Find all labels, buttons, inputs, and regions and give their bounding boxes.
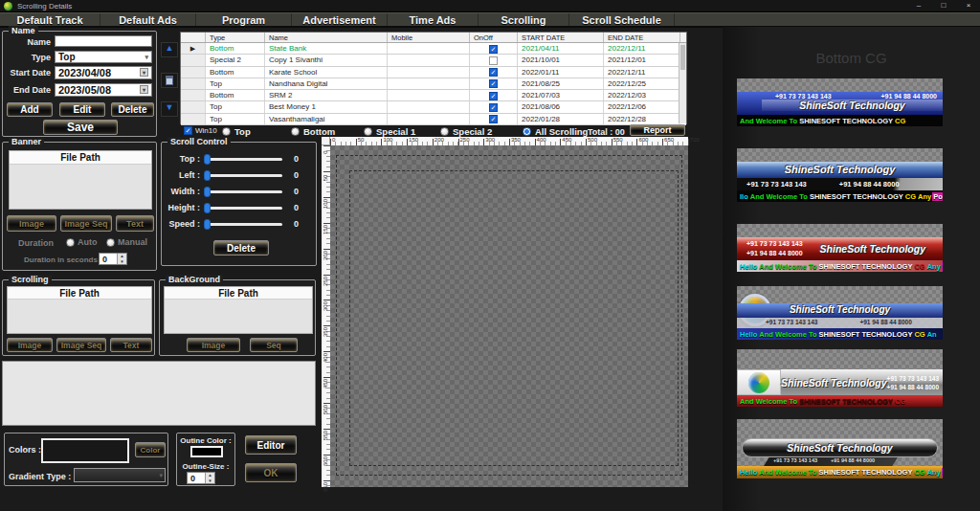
onoff-checkbox[interactable] [489,56,498,65]
cg-banner[interactable]: ShineSoft Technology+91 73 73 143 143+91… [737,419,943,478]
scrolling-group-label: Scrolling [9,275,52,284]
calendar-icon[interactable]: ▾ [140,85,148,94]
type-select[interactable]: ▾Top [55,51,152,63]
ok-button[interactable]: OK [245,463,297,482]
table-row[interactable]: BottomSRM 2✓2021/07/032022/12/03 [181,90,686,101]
paste-icon[interactable] [161,73,178,88]
slider-thumb[interactable] [204,187,211,197]
slider-thumb[interactable] [204,170,211,181]
banner-text-button[interactable]: Text [116,215,154,232]
banner-filepath-box[interactable]: File Path [9,150,152,210]
tab-scrolling[interactable]: Scrolling [479,13,569,26]
editor-button[interactable]: Editor [245,435,297,455]
move-down-icon[interactable]: ▼ [161,101,178,117]
slider-track[interactable] [204,207,282,210]
background-seq-button[interactable]: Seq [250,338,298,352]
duration-manual-radio[interactable]: Manual [106,237,147,247]
cg-banner[interactable]: +91 73 73 143 143+91 94 88 44 8000ShineS… [737,78,943,126]
table-row[interactable]: BottomKarate School✓2022/01/112022/12/11 [181,67,686,78]
scrolling-filepath-box[interactable]: File Path [7,286,152,334]
onoff-checkbox[interactable]: ✓ [489,45,498,54]
table-row[interactable]: ▶BottomState Bank✓2021/04/112022/12/11 [181,43,686,55]
scroll-delete-button[interactable]: Delete [213,240,269,256]
grid-cell: 2022/12/06 [604,101,680,112]
edit-button[interactable]: Edit [59,102,105,117]
radio-bottom[interactable]: Bottom [291,126,335,137]
delete-button[interactable]: Delete [111,102,154,117]
radio-special-2[interactable]: Special 2 [440,126,492,137]
win10-checkbox[interactable]: ✓ Win10 [184,126,217,135]
tab-program[interactable]: Program [196,13,292,26]
table-row[interactable]: Special 2Copy 1 Sivanthi2021/10/012021/1… [181,55,686,66]
cg-banner[interactable]: ShineSoft Technology+91 73 73 143 143+91… [737,349,943,407]
slider-row: Top :0 [162,152,316,166]
name-input[interactable] [55,35,152,47]
cg-banner[interactable]: ShineSoft Technology+91 73 73 143 143+91… [737,286,943,340]
colors-swatch[interactable] [41,438,129,463]
grid-scrollbar-thumb[interactable] [680,45,685,70]
spinner-arrows-icon[interactable]: ▲▼ [205,473,214,483]
cg-banner[interactable]: ShineSoft Technology+91 73 73 143 143+91… [737,148,943,202]
slider-thumb[interactable] [204,219,211,230]
slider-track[interactable] [204,174,282,177]
slider-track[interactable] [204,223,282,226]
grid-header: TypeNameMobileOnOffSTART DATEEND DATE [181,33,686,43]
scrolling-image-button[interactable]: Image [7,338,53,352]
onoff-checkbox[interactable]: ✓ [489,115,498,123]
scrolling-imageseq-button[interactable]: Image Seq [56,338,106,352]
cg-banner[interactable]: +91 73 73 143 143+91 94 88 44 8000ShineS… [737,224,943,272]
table-row[interactable]: TopBest Money 1✓2021/08/062022/12/06 [181,101,686,113]
slider-thumb[interactable] [204,203,211,213]
background-group: BackGround File Path Image Seq [159,279,316,356]
grid-cell: 2021/10/01 [518,55,604,65]
minimize-button[interactable]: – [911,0,926,11]
save-button[interactable]: Save [43,120,118,135]
scrolling-text-button[interactable]: Text [110,338,152,352]
tab-default-ads[interactable]: Default Ads [100,13,196,26]
maximize-button[interactable]: □ [936,0,951,11]
color-button[interactable]: Color [135,442,166,457]
start-date-input[interactable]: ▾2023/04/08 [55,66,152,79]
background-filepath-box[interactable]: File Path [164,286,313,334]
slider-value: 0 [294,154,299,164]
tab-scroll-schedule[interactable]: Scroll Schedule [569,13,675,26]
table-row[interactable]: TopNandhana Digital✓2021/08/252022/12/25 [181,78,686,90]
ruler-label: 450 [323,378,328,389]
onoff-checkbox[interactable]: ✓ [489,68,498,77]
spinner-arrows-icon[interactable]: ▲▼ [117,254,126,264]
outline-color-swatch[interactable] [190,446,223,457]
radio-special-1[interactable]: Special 1 [364,126,415,137]
slider-track[interactable] [204,190,282,193]
close-button[interactable]: × [961,0,976,11]
slider-track[interactable] [204,158,282,161]
onoff-checkbox[interactable]: ✓ [489,92,498,100]
radio-top[interactable]: Top [222,126,251,137]
tab-time-ads[interactable]: Time Ads [388,13,479,26]
tab-default-track[interactable]: Default Track [0,13,100,26]
canvas-stage[interactable] [330,145,688,487]
duration-seconds-spinner[interactable]: 0 ▲▼ [99,253,127,265]
grid-scrollbar[interactable] [679,43,686,123]
outline-size-spinner[interactable]: 0 ▲▼ [187,472,215,484]
report-button[interactable]: Report [630,124,685,136]
banner-image-button[interactable]: Image [7,215,56,232]
radio-all-scrolling[interactable]: All Scrolling [523,126,588,137]
grid-cell: Top [206,114,265,124]
slider-thumb[interactable] [204,154,211,165]
move-up-icon[interactable]: ▲ [161,42,178,57]
banner-imageseq-button[interactable]: Image Seq [60,215,112,232]
background-image-button[interactable]: Image [187,338,240,352]
onoff-checkbox[interactable]: ✓ [489,79,498,88]
tab-advertisement[interactable]: Advertisement [292,13,388,26]
ruler-tick [586,139,587,145]
selection-rect-inner[interactable] [349,170,679,466]
cg-logo-box [737,369,781,395]
banner-filepath-label: File Path [10,151,151,165]
calendar-icon[interactable]: ▾ [140,68,148,77]
grid-cell: Top [206,101,265,112]
onoff-checkbox[interactable]: ✓ [489,103,498,112]
duration-auto-radio[interactable]: Auto [66,237,98,247]
add-button[interactable]: Add [7,102,53,117]
end-date-input[interactable]: ▾2023/05/08 [55,83,152,97]
gradient-type-select[interactable]: ▾ [74,468,166,482]
